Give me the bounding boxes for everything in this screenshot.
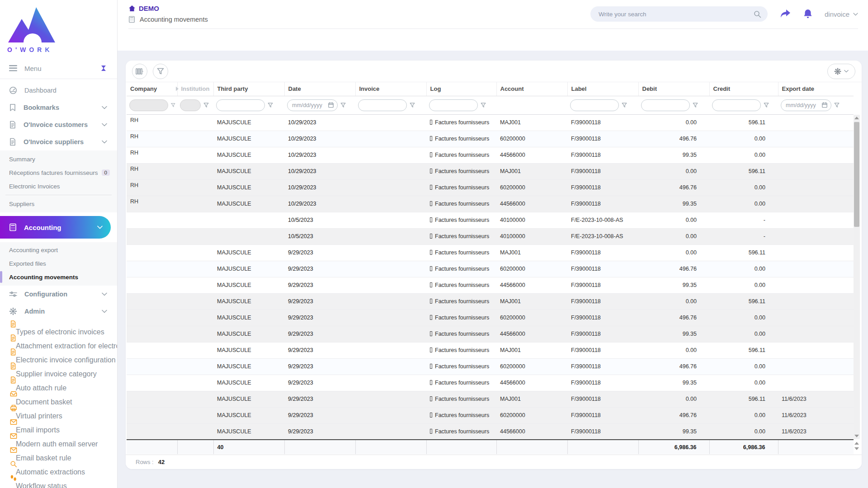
table-row[interactable]: RHMAJUSCULE10/29/2023Factures fournisseu… (127, 114, 854, 131)
filter-institution-input (180, 99, 201, 111)
share-icon[interactable] (779, 9, 791, 19)
funnel-icon[interactable] (268, 103, 273, 108)
table-row[interactable]: MAJUSCULE9/29/2023Factures fournisseurs6… (127, 261, 854, 277)
funnel-icon[interactable] (340, 103, 346, 108)
filter-debit-input[interactable] (641, 99, 690, 111)
cell-company (127, 407, 177, 423)
sidebar-item-types-of-electronic-invoices[interactable]: Types of electronic invoices (0, 320, 117, 334)
table-row[interactable]: MAJUSCULE9/29/2023Factures fournisseurs6… (127, 310, 854, 326)
col-header-export-date[interactable]: Export date (778, 82, 854, 96)
col-header-institution[interactable]: Institution (177, 82, 213, 96)
funnel-icon[interactable] (481, 103, 486, 108)
scroll-up-icon[interactable] (854, 117, 859, 119)
funnel-icon[interactable] (834, 103, 840, 108)
columns-button[interactable] (132, 64, 147, 79)
col-header-account[interactable]: Account (496, 82, 567, 96)
filter-invoice-input[interactable] (358, 99, 407, 111)
sidebar-item-dashboard[interactable]: Dashboard (0, 82, 117, 99)
search-input[interactable] (599, 11, 754, 18)
table-row[interactable]: MAJUSCULE9/29/2023Factures fournisseursM… (127, 342, 854, 358)
sidebar-item-accounting-movements[interactable]: Accounting movements (0, 270, 117, 284)
filter-button[interactable] (153, 64, 168, 79)
movements-table: Company Institution Third party Date Inv… (127, 82, 854, 454)
filter-credit-input[interactable] (712, 99, 761, 111)
table-row[interactable]: RHMAJUSCULE10/29/2023Factures fournisseu… (127, 163, 854, 179)
sidebar-item-accounting-export[interactable]: Accounting export (0, 243, 117, 257)
table-row[interactable]: MAJUSCULE9/29/2023Factures fournisseurs4… (127, 423, 854, 440)
filter-label-input[interactable] (570, 99, 619, 111)
cell-institution (177, 277, 213, 293)
bell-icon[interactable] (803, 9, 813, 19)
vertical-scrollbar[interactable] (854, 115, 860, 439)
menu-label: Menu (24, 65, 100, 72)
col-header-date[interactable]: Date (284, 82, 355, 96)
grid-settings-button[interactable] (827, 64, 855, 79)
cell-debit: 0.00 (638, 114, 709, 131)
sidebar-item-configuration[interactable]: Configuration (0, 286, 117, 303)
funnel-icon[interactable] (171, 103, 175, 108)
funnel-icon[interactable] (693, 103, 698, 108)
cell-account: 60200000 (496, 131, 567, 147)
cell-company (127, 310, 177, 326)
funnel-icon[interactable] (410, 103, 415, 108)
totals-scrollbar[interactable] (854, 439, 860, 453)
cell-label: F/39000118 (567, 277, 638, 293)
sidebar-item-electronic-invoices[interactable]: Electronic Invoices (0, 179, 117, 193)
sidebar-item-admin[interactable]: Admin (0, 303, 117, 320)
chevron-down-icon (102, 310, 107, 313)
col-header-company[interactable]: Company (127, 82, 177, 96)
table-row[interactable]: 10/5/2023Factures fournisseurs40100000F/… (127, 228, 854, 244)
funnel-icon[interactable] (622, 103, 627, 108)
cell-institution (177, 163, 213, 179)
missing-glyph-icon (430, 396, 432, 401)
table-row[interactable]: RHMAJUSCULE10/29/2023Factures fournisseu… (127, 196, 854, 212)
sidebar-item-oinvoice-customers[interactable]: O'Invoice customers (0, 116, 117, 133)
missing-glyph-icon (430, 266, 432, 271)
sidebar-item-receptions[interactable]: Réceptions factures fournisseurs 0 (0, 166, 117, 179)
sidebar-item-exported-files[interactable]: Exported files (0, 257, 117, 270)
sidebar-item-oinvoice-suppliers[interactable]: O'Invoice suppliers (0, 133, 117, 150)
search-icon[interactable] (754, 10, 761, 18)
sidebar-item-bookmarks[interactable]: Bookmarks (0, 99, 117, 116)
sidebar-item-summary[interactable]: Summary (0, 152, 117, 166)
table-row[interactable]: MAJUSCULE9/29/2023Factures fournisseursM… (127, 293, 854, 310)
cell-account: MAJ001 (496, 163, 567, 179)
sidebar-item-suppliers[interactable]: Suppliers (0, 197, 117, 211)
table-row[interactable]: 10/5/2023Factures fournisseurs40100000F/… (127, 212, 854, 228)
table-row[interactable]: MAJUSCULE9/29/2023Factures fournisseursM… (127, 244, 854, 261)
scrollbar-thumb[interactable] (854, 122, 859, 227)
pin-icon[interactable] (100, 65, 107, 72)
hamburger-icon[interactable] (9, 65, 17, 71)
cell-institution (177, 212, 213, 228)
cell-date: 9/29/2023 (284, 244, 355, 261)
funnel-icon[interactable] (203, 103, 209, 108)
divider (5, 195, 112, 195)
table-row[interactable]: RHMAJUSCULE10/29/2023Factures fournisseu… (127, 131, 854, 147)
table-row[interactable]: MAJUSCULE9/29/2023Factures fournisseurs4… (127, 326, 854, 342)
table-row[interactable]: MAJUSCULE9/29/2023Factures fournisseursM… (127, 391, 854, 407)
col-header-invoice[interactable]: Invoice (355, 82, 426, 96)
table-row[interactable]: RHMAJUSCULE10/29/2023Factures fournisseu… (127, 179, 854, 196)
cell-label: F/E-2023-10-008-AS (567, 228, 638, 244)
filter-date-input[interactable]: mm/dd/yyyy (287, 99, 338, 111)
table-row[interactable]: MAJUSCULE9/29/2023Factures fournisseurs4… (127, 277, 854, 293)
table-row[interactable]: MAJUSCULE9/29/2023Factures fournisseurs6… (127, 407, 854, 423)
user-menu[interactable]: dinvoice (825, 10, 858, 18)
filter-third-party-input[interactable] (216, 99, 265, 111)
col-header-third-party[interactable]: Third party (213, 82, 284, 96)
table-row[interactable]: MAJUSCULE9/29/2023Factures fournisseurs6… (127, 358, 854, 375)
col-header-debit[interactable]: Debit (638, 82, 709, 96)
filter-log-input[interactable] (429, 99, 478, 111)
cell-credit: 0.00 (709, 423, 778, 440)
col-header-log[interactable]: Log (426, 82, 496, 96)
sidebar-item-accounting[interactable]: Accounting (0, 216, 111, 239)
cell-debit: 99.35 (638, 423, 709, 440)
col-header-credit[interactable]: Credit (709, 82, 778, 96)
col-header-label[interactable]: Label (567, 82, 638, 96)
table-row[interactable]: MAJUSCULE9/29/2023Factures fournisseurs4… (127, 375, 854, 391)
table-row[interactable]: RHMAJUSCULE10/29/2023Factures fournisseu… (127, 147, 854, 163)
filter-export-date-input[interactable]: mm/dd/yyyy (781, 99, 831, 111)
funnel-icon[interactable] (764, 103, 769, 108)
scroll-down-icon[interactable] (854, 435, 859, 437)
cell-log: Factures fournisseurs (426, 196, 496, 212)
